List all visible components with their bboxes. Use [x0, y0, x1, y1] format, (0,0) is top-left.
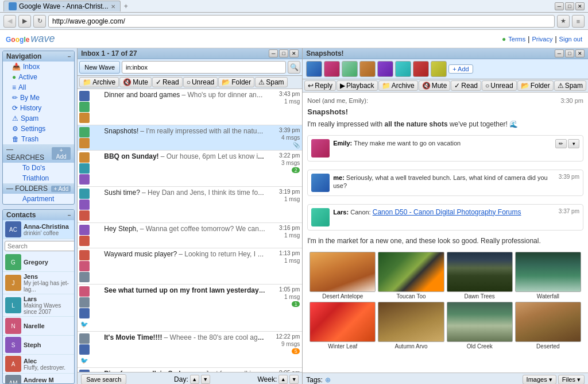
wave-meta: 3:22 pm 3 msgs 2	[268, 151, 302, 186]
status-indicator: ●	[502, 35, 506, 43]
new-wave-button[interactable]: New Wave	[79, 61, 120, 74]
navigation-minimize[interactable]: –	[68, 53, 71, 60]
unread-button[interactable]: ○ Unread	[183, 77, 218, 87]
photo-item[interactable]: Autumn Arvo	[378, 302, 444, 350]
photo-item[interactable]: Winter Leaf	[310, 302, 376, 350]
snapshot-unread-button[interactable]: ○ Unread	[482, 80, 517, 91]
images-dropdown-button[interactable]: Images ▾	[523, 375, 556, 384]
snapshot-spam-button[interactable]: ⚠ Spam	[554, 80, 586, 91]
bookmark-button[interactable]: ★	[557, 15, 570, 28]
sidebar-item-active[interactable]: ● Active	[3, 72, 74, 82]
contact-andrewm[interactable]: AM Andrew M hello world	[3, 374, 74, 383]
contact-jens[interactable]: J Jens My jet-lag has jet-lag...	[3, 272, 74, 294]
navigation-title: Navigation	[6, 52, 41, 60]
navigation-header: Navigation –	[3, 51, 74, 62]
inbox-close[interactable]: ✕	[289, 49, 299, 57]
inbox-maximize[interactable]: □	[279, 49, 288, 57]
sidebar-item-history[interactable]: ⟳ History	[3, 103, 74, 113]
reply-button[interactable]: ↩ Reply	[304, 80, 336, 91]
read-button[interactable]: ✓ Read	[152, 77, 183, 87]
day-down-button[interactable]: ▼	[201, 375, 210, 384]
archive-button[interactable]: 📁 Archive	[79, 77, 119, 87]
contact-gregory[interactable]: G Gregory	[3, 253, 74, 272]
wave-item[interactable]: Sushi time? – Hey Dan and Jens, I think …	[78, 187, 302, 223]
menu-button[interactable]: ≡	[572, 15, 585, 28]
save-search-button[interactable]: Save search	[81, 374, 126, 384]
photo-item[interactable]: Dawn Trees	[447, 252, 513, 299]
wave-item[interactable]: Pics from a walk in Sydney... – Just fro…	[78, 368, 302, 372]
folder-button[interactable]: 📂 Folder	[218, 77, 254, 87]
sidebar-item-spam[interactable]: ⚠ Spam	[3, 113, 74, 124]
files-dropdown-button[interactable]: Files ▾	[558, 375, 585, 384]
wave-item[interactable]: Wayward music player? – Looking to retur…	[78, 248, 302, 285]
wave-item[interactable]: Dinner and board games – Who's up for di…	[78, 89, 302, 125]
contacts-minimize[interactable]: –	[68, 212, 71, 218]
snapshot-close[interactable]: ✕	[575, 49, 585, 57]
snapshot-archive-button[interactable]: 📁 Archive	[378, 80, 418, 91]
privacy-link[interactable]: Privacy	[532, 36, 552, 43]
sidebar-item-trash[interactable]: 🗑 Trash	[3, 134, 74, 144]
wave-item[interactable]: 🐦 It's Movie Time!!!! – Wheee - the 80's…	[78, 332, 302, 368]
spam-button[interactable]: ⚠ Spam	[255, 77, 287, 87]
mute-button[interactable]: 🔇 Mute	[119, 77, 152, 87]
contact-narelle[interactable]: N Narelle	[3, 317, 74, 336]
snapshot-folder-button[interactable]: 📂 Folder	[517, 80, 554, 91]
contact-alec[interactable]: A Alec Fluffy, destroyer.	[3, 355, 74, 374]
close-browser[interactable]: ✕	[575, 2, 585, 10]
minimize-browser[interactable]: ─	[555, 2, 564, 10]
terms-link[interactable]: Terms	[508, 36, 525, 43]
back-button[interactable]: ◀	[3, 15, 16, 28]
week-up-button[interactable]: ▲	[278, 375, 288, 384]
emily-menu-button[interactable]: ▾	[568, 139, 579, 148]
add-folder-button[interactable]: + Add	[51, 186, 71, 192]
photo-item[interactable]: Toucan Too	[378, 252, 444, 299]
forward-button[interactable]: ▶	[18, 15, 31, 28]
canon-link[interactable]: Canon D50 - Canon Digital Photography Fo…	[373, 208, 521, 216]
refresh-button[interactable]: ↻	[33, 15, 46, 28]
contact-steph[interactable]: S Steph	[3, 336, 74, 355]
wave-item[interactable]: 🐦 See what turned up on my front lawn ye…	[78, 285, 302, 332]
contacts-search-input[interactable]	[5, 241, 75, 251]
sidebar-item-apartment[interactable]: Apartment	[3, 194, 74, 204]
week-down-button[interactable]: ▼	[289, 375, 299, 384]
address-bar[interactable]	[48, 15, 555, 28]
photo-item[interactable]: Waterfall	[515, 252, 581, 299]
inbox-header: Inbox 1 - 17 of 27 ─ □ ✕	[78, 48, 302, 59]
photo-item[interactable]: Desert Antelope	[310, 252, 376, 299]
sidebar-item-triathlon[interactable]: Triathlon	[3, 173, 74, 183]
browser-tab[interactable]: Google Wave - Anna-Christ... ✕	[3, 1, 121, 11]
photo-item[interactable]: Deserted	[515, 302, 581, 350]
sidebar-item-all[interactable]: ≡ All	[3, 82, 74, 93]
sidebar-item-settings[interactable]: ⚙ Settings	[3, 124, 74, 134]
inbox-search-input[interactable]	[122, 61, 286, 74]
add-participant-button[interactable]: + Add	[448, 64, 473, 74]
inbox-minimize[interactable]: ─	[269, 49, 278, 57]
contact-self[interactable]: AC Anna-Christina drinkin' coffee	[3, 220, 74, 239]
sidebar-item-todos[interactable]: To Do's	[3, 163, 74, 173]
emily-edit-button[interactable]: ✏	[555, 139, 567, 148]
snapshot-minimize[interactable]: ─	[555, 49, 564, 57]
add-search-button[interactable]: + Add	[52, 147, 71, 160]
day-up-button[interactable]: ▲	[190, 375, 199, 384]
participant-thumb-6	[395, 61, 411, 77]
signout-link[interactable]: Sign out	[559, 36, 582, 43]
snapshot-read-button[interactable]: ✓ Read	[451, 80, 481, 91]
new-tab-button[interactable]: +	[124, 2, 128, 10]
inbox-search-go[interactable]: 🔍	[288, 61, 300, 74]
playback-button[interactable]: ▶ Playback	[336, 80, 378, 91]
emily-message-actions: ✏ ▾	[555, 139, 579, 148]
add-tag-button[interactable]: ⊕	[325, 376, 331, 384]
photo-item[interactable]: Old Creek	[447, 302, 513, 350]
maximize-browser[interactable]: □	[565, 2, 574, 10]
sidebar-item-byme[interactable]: ✏ By Me	[3, 93, 74, 103]
searches-header: — SEARCHES + Add	[3, 144, 74, 163]
snapshot-maximize[interactable]: □	[565, 49, 574, 57]
sidebar-item-inbox[interactable]: 📥 Inbox	[3, 62, 74, 72]
wave-item[interactable]: Snapshots! – I'm really impressed with a…	[78, 125, 302, 151]
contact-lars[interactable]: L Lars Making Waves since 2007	[3, 294, 74, 317]
tab-close-button[interactable]: ✕	[111, 3, 115, 10]
wave-item[interactable]: BBQ on Sunday! – Our house, 6pm Let us k…	[78, 151, 302, 187]
wave-item[interactable]: Hey Steph, – Wanna get coffee tomorrow? …	[78, 223, 302, 248]
wave-avatar	[79, 225, 90, 235]
snapshot-mute-button[interactable]: 🔇 Mute	[419, 80, 451, 91]
